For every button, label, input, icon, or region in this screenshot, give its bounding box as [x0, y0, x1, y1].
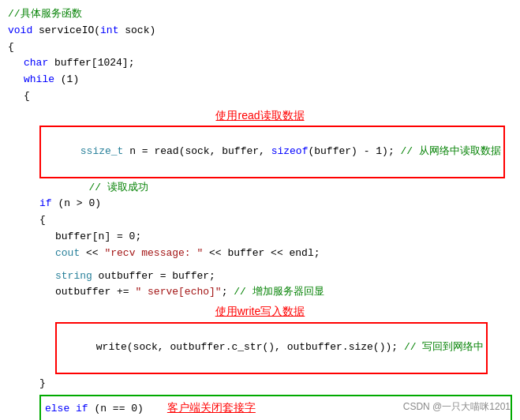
kw-if2: if: [76, 401, 88, 418]
if-cond: (n > 0): [52, 196, 101, 212]
buf-decl: buffer[1024];: [48, 55, 134, 72]
line-if-brace-close: }: [8, 376, 512, 392]
line-if-n: if (n > 0): [8, 196, 512, 212]
line-cout: cout << "recv message: " << buffer << en…: [8, 246, 512, 262]
buf-zero: buffer[n] = 0;: [55, 229, 141, 246]
kw-void: void: [8, 23, 32, 39]
line-brace-open: {: [8, 39, 512, 56]
line-write: write(sock, outbuffer.c_str(), outbuffer…: [8, 322, 512, 374]
else-brace: {: [45, 418, 51, 420]
line-buf0: buffer[n] = 0;: [8, 229, 512, 246]
line-read: ssize_t n = read(sock, buffer, sizeof(bu…: [8, 126, 512, 178]
while-brace: {: [24, 88, 30, 105]
cmt-success: // 读取成功: [39, 180, 148, 197]
type-string: string: [55, 268, 92, 285]
line-outbuf-append: outbuffer += " serve[echo]"; // 增加服务器回显: [8, 284, 512, 301]
cout-op: <<: [80, 246, 104, 262]
line-while: while (1): [8, 72, 512, 88]
else-space: [69, 401, 76, 418]
func-name: serviceIO(: [32, 23, 100, 39]
annotation-write: 使用write写入数据: [8, 302, 512, 320]
read-cmt: // 从网络中读取数据: [401, 145, 501, 157]
kw-while: while: [24, 72, 54, 88]
str-serve: " serve[echo]": [135, 284, 221, 301]
heading-comment-text: //具体服务函数: [8, 6, 82, 23]
line-heading-comment: //具体服务函数: [8, 6, 512, 23]
if-brace-close: }: [39, 376, 46, 392]
cout-kw: cout: [55, 246, 80, 262]
str-recv: "recv message: ": [104, 246, 203, 262]
brace-open: {: [8, 39, 14, 56]
if-brace: {: [39, 212, 46, 229]
read-call2: (buffer) - 1);: [308, 145, 400, 157]
kw-if: if: [39, 196, 52, 212]
kw-int: int: [100, 23, 118, 39]
line-if-brace: {: [8, 212, 512, 229]
code-area: //具体服务函数 void serviceIO(int sock) { char…: [0, 0, 520, 420]
while-cond: (1): [54, 72, 79, 88]
annotation-read: 使用read读取数据: [8, 107, 512, 124]
line-char-buf: char buffer[1024];: [8, 55, 512, 72]
watermark: CSDN @一只大喵咪1201: [403, 400, 511, 414]
type-ssize: ssize_t: [80, 145, 124, 157]
annotation-write-text: 使用write写入数据: [8, 302, 512, 320]
kw-else: else: [45, 401, 69, 418]
outbuf-name: outbuffer +=: [55, 284, 135, 301]
read-call: n = read(sock, buffer,: [123, 145, 271, 157]
line-while-brace-open: {: [8, 88, 512, 105]
read-box: ssize_t n = read(sock, buffer, sizeof(bu…: [39, 126, 505, 178]
write-cmt: // 写回到网络中: [404, 341, 484, 353]
line-empty: [8, 262, 512, 268]
outbuf-semi: ;: [222, 284, 234, 301]
annotation-client: 客户端关闭套接字: [167, 399, 256, 416]
cmt-serve: // 增加服务器回显: [234, 284, 324, 301]
else-cond: (n == 0): [88, 401, 144, 418]
write-box: write(sock, outbuffer.c_str(), outbuffer…: [55, 322, 488, 374]
line-else-brace-open: {: [45, 418, 507, 420]
annotation-read-text: 使用read读取数据: [8, 107, 512, 124]
kw-sizeof: sizeof: [271, 145, 309, 157]
outbuf-decl: outbuffer = buffer;: [92, 268, 215, 285]
line-string-decl: string outbuffer = buffer;: [8, 268, 512, 285]
func-param: sock): [118, 23, 155, 39]
line-cmt-success: // 读取成功: [8, 180, 512, 197]
line-func-sig: void serviceIO(int sock): [8, 23, 512, 39]
kw-char: char: [24, 55, 48, 72]
cout-op2: << buffer << endl;: [203, 246, 320, 262]
write-call: write(sock, outbuffer.c_str(), outbuffer…: [96, 341, 404, 353]
